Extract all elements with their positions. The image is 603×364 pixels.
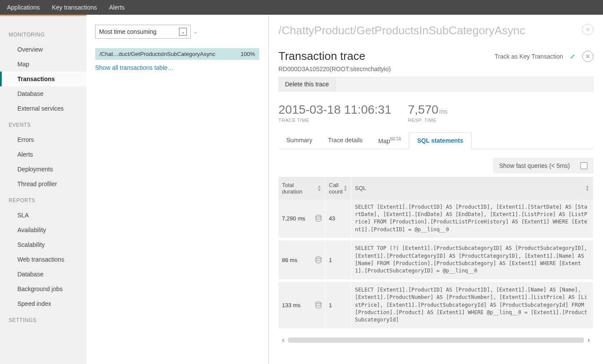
col-header-count[interactable]: Call count ▲▼ [325,177,351,199]
sql-duration: 86 ms [278,240,325,279]
sql-count: 43 [325,199,351,238]
tab-trace-details[interactable]: Trace details [320,132,371,149]
col-header-duration[interactable]: Total duration ▲▼ [278,177,325,199]
sql-count: 1 [325,282,351,328]
sidebar-item-scalability[interactable]: Scalability [0,237,86,252]
svg-point-0 [316,215,321,217]
sidebar-item-speed-index[interactable]: Speed index [0,296,86,311]
col-header-sql[interactable]: SQL ▲▼ [351,177,593,199]
resp-time-value: 7,570ms [408,103,447,117]
chevron-down-icon: ⌄ [179,28,187,36]
sidebar-item-transactions[interactable]: Transactions [0,72,86,86]
sort-dropdown-label: Most time consuming [99,28,156,35]
fast-queries-label: Show fast queries (< 5ms) [499,162,570,169]
beta-badge: BETA [390,137,401,141]
sidebar-heading-events: EVENTS [0,116,86,132]
trace-host: RD000D3A105220(ROOT:sitecmchattyio) [278,66,593,72]
top-nav: Applications Key transactions Alerts [0,0,603,15]
sort-icon: ▲▼ [585,185,590,192]
nav-alerts[interactable]: Alerts [109,4,125,11]
sidebar-item-external-services[interactable]: External services [0,101,86,116]
sql-statement: SELECT TOP (?) [Extent1].[ProductSubcate… [351,240,593,279]
sql-table: Total duration ▲▼ Call count ▲▼ SQL ▲▼ 7… [278,177,593,331]
sidebar-item-sla[interactable]: SLA [0,208,86,223]
sort-icon: ▲▼ [317,185,321,192]
sidebar-item-deployments[interactable]: Deployments [0,162,86,177]
nav-applications[interactable]: Applications [7,4,40,11]
svg-point-1 [316,257,321,259]
delete-trace-button[interactable]: Delete this trace [279,77,335,91]
expand-icon[interactable]: ⤢ [570,53,575,60]
sql-row[interactable]: 86 ms 1 SELECT TOP (?) [Extent1].[Produc… [278,240,593,282]
trace-title: Transaction trace [278,49,365,63]
sort-icon: ▲▼ [343,185,348,192]
trace-time-value: 2015-03-18 11:06:31 [278,103,391,117]
tab-sql-statements[interactable]: SQL statements [409,132,471,149]
trace-tabs: Summary Trace details MapBETA SQL statem… [278,132,593,149]
trace-time-label: TRACE TIME [278,118,391,123]
center-column: Most time consuming ⌄ ⌄ /Chat…duct/GetPr… [86,16,269,364]
sidebar-item-overview[interactable]: Overview [0,42,86,57]
fast-queries-checkbox[interactable] [580,162,587,169]
sql-duration: 7,290 ms [278,199,325,238]
svg-point-2 [316,302,321,304]
transaction-row[interactable]: /Chat…duct/GetProductsInSubCategoryAsync… [95,48,259,60]
sql-row[interactable]: 7,290 ms 43 SELECT [Extent1].[ProductID]… [278,199,593,241]
database-icon [315,302,321,308]
sidebar-item-background-jobs[interactable]: Background jobs [0,282,86,296]
database-icon [315,215,321,222]
transaction-percent: 100% [241,51,255,57]
sql-duration: 133 ms [278,282,325,328]
sidebar-item-report-database[interactable]: Database [0,267,86,282]
sort-dropdown[interactable]: Most time consuming ⌄ [95,25,191,39]
sidebar: MONITORING Overview Map Transactions Dat… [0,16,86,364]
sidebar-heading-settings: SETTINGS [0,311,86,328]
transaction-name: /Chat…duct/GetProductsInSubCategoryAsync [99,51,215,57]
sidebar-item-availability[interactable]: Availability [0,223,86,237]
sql-row[interactable]: 133 ms 1 SELECT [Extent1].[ProductID] AS… [278,282,593,331]
breadcrumb-title: /ChattyProduct/GetProductsInSubCategoryA… [278,24,525,37]
track-key-transaction-link[interactable]: Track as Key Transaction [495,53,563,60]
pager-prev-icon[interactable]: ‹ [278,336,288,344]
sidebar-heading-reports: REPORTS [0,191,86,208]
nav-key-transactions[interactable]: Key transactions [52,4,97,11]
sidebar-item-web-transactions[interactable]: Web transactions [0,252,86,267]
close-trace-icon[interactable]: ✕ [582,51,593,62]
sql-statement: SELECT [Extent1].[ProductID] AS [Product… [351,282,593,328]
pager: ‹ › [278,336,593,344]
resp-time-label: RESP. TIME [408,118,447,123]
database-icon [315,256,321,263]
sidebar-item-thread-profiler[interactable]: Thread profiler [0,177,86,191]
sql-statement: SELECT [Extent1].[ProductID] AS [Product… [351,199,593,238]
show-all-transactions-link[interactable]: Show all transactions table… [95,64,259,71]
delete-trace-bar: Delete this trace [278,77,593,92]
close-icon[interactable]: ✕ [582,24,593,35]
sidebar-item-database[interactable]: Database [0,86,86,101]
tab-summary[interactable]: Summary [278,132,320,149]
sidebar-item-errors[interactable]: Errors [0,132,86,147]
chevron-down-icon[interactable]: ⌄ [193,29,198,35]
pager-scrollbar[interactable] [288,338,584,343]
pager-next-icon[interactable]: › [584,336,593,344]
sidebar-heading-monitoring: MONITORING [0,26,86,42]
detail-panel: /ChattyProduct/GetProductsInSubCategoryA… [269,16,603,364]
fast-queries-toggle[interactable]: Show fast queries (< 5ms) [493,158,593,174]
tab-map[interactable]: MapBETA [371,132,409,149]
sidebar-item-map[interactable]: Map [0,57,86,72]
sql-count: 1 [325,240,351,279]
sidebar-item-alerts[interactable]: Alerts [0,147,86,162]
